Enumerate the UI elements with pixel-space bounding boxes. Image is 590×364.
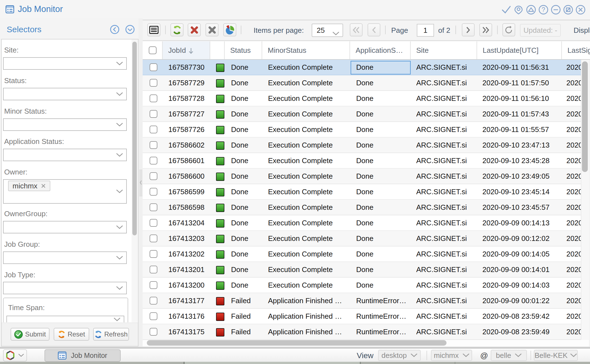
svg-text:?: ? <box>542 6 545 13</box>
